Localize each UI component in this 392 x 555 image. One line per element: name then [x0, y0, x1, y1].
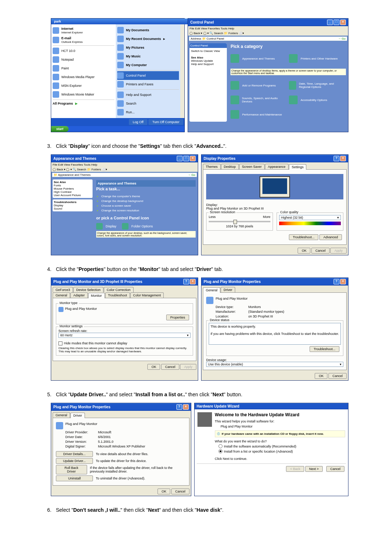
- close-icon[interactable]: ×: [340, 156, 346, 161]
- ap-ts-sound[interactable]: Sound: [54, 207, 62, 210]
- help-icon[interactable]: ?: [334, 156, 339, 161]
- ok-button[interactable]: OK: [158, 489, 170, 494]
- maximize-icon[interactable]: □: [183, 156, 189, 161]
- logoff-button[interactable]: Log Off: [129, 119, 147, 125]
- ap-task-res[interactable]: Change the screen resolution: [96, 208, 196, 213]
- cp-menubar[interactable]: File Edit View Favorites Tools Help: [188, 26, 348, 31]
- start-allprograms[interactable]: All Programs ▶: [53, 101, 114, 106]
- tab-adapter[interactable]: Adapter: [70, 292, 88, 298]
- start-internet[interactable]: InternetInternet Explorer: [53, 26, 114, 35]
- resolution-slider[interactable]: [209, 221, 270, 222]
- start-recent[interactable]: My Recent Documents ▸: [117, 35, 179, 43]
- properties-button[interactable]: Properties: [166, 315, 189, 320]
- cancel-button[interactable]: Cancel: [161, 364, 179, 370]
- shutdown-button[interactable]: Turn Off Computer: [148, 119, 184, 125]
- help-icon[interactable]: ?: [176, 404, 182, 410]
- tab-screensaver[interactable]: Screen Saver: [239, 164, 265, 169]
- ap-menubar[interactable]: File Edit View Favorites Tools Help: [51, 162, 198, 167]
- tab-general[interactable]: General: [203, 287, 220, 293]
- ap-ua[interactable]: User Account Picture: [54, 194, 81, 197]
- tab-troubleshoot[interactable]: Troubleshoot: [105, 292, 130, 298]
- back-button[interactable]: < Back: [286, 466, 304, 472]
- troubleshoot-button[interactable]: Troubleshoot...: [289, 234, 319, 240]
- close-icon[interactable]: ×: [183, 404, 189, 410]
- cp-cat-access[interactable]: Accessibility Options: [289, 96, 346, 104]
- color-quality-select[interactable]: Highest (32 bit)▾: [279, 215, 341, 220]
- start-run[interactable]: Run...: [117, 108, 179, 117]
- start-search[interactable]: Search: [117, 99, 179, 108]
- tab-general[interactable]: General: [53, 292, 70, 298]
- start-pics[interactable]: My Pictures: [117, 43, 179, 52]
- start-msn[interactable]: MSN Explorer: [53, 81, 114, 90]
- start-comp[interactable]: My Computer: [117, 61, 179, 69]
- ap-icon-display[interactable]: Display Folder Options: [96, 223, 196, 230]
- cp-cat-printers[interactable]: Printers and Other Hardware: [289, 54, 346, 63]
- ok-button[interactable]: OK: [315, 373, 327, 379]
- start-music[interactable]: My Music: [117, 52, 179, 61]
- ap-task-bg[interactable]: Change the desktop background: [96, 199, 196, 203]
- apply-button[interactable]: Apply: [180, 364, 196, 370]
- advanced-button[interactable]: Advanced: [319, 234, 342, 240]
- tab-driver[interactable]: Driver: [221, 287, 235, 292]
- ap-fonts[interactable]: Fonts: [54, 184, 61, 187]
- start-email[interactable]: E-mailOutlook Express: [53, 35, 114, 45]
- ap-ts-disp[interactable]: Display: [54, 204, 63, 207]
- ap-hc[interactable]: High Contrast: [54, 190, 72, 194]
- cp-cat-appearance[interactable]: Appearance and Themes: [230, 54, 287, 63]
- minimize-icon[interactable]: _: [177, 156, 183, 161]
- ap-mouse[interactable]: Mouse Pointers: [54, 187, 74, 190]
- start-hct[interactable]: HCT 10.0: [53, 46, 114, 55]
- driver-details-button[interactable]: Driver Details...: [56, 451, 93, 457]
- close-icon[interactable]: ×: [190, 156, 196, 161]
- start-docs[interactable]: My Documents: [117, 26, 179, 35]
- start-controlpanel[interactable]: Control Panel: [117, 71, 179, 80]
- tab-general[interactable]: General: [53, 412, 70, 418]
- cp-cat-addremove[interactable]: Add or Remove Programs: [230, 81, 287, 90]
- help-icon[interactable]: ?: [183, 279, 189, 284]
- start-notepad[interactable]: Notepad: [53, 55, 114, 64]
- start-help[interactable]: Help and Support: [117, 90, 179, 99]
- tab-colorcorr[interactable]: Color Correction: [104, 287, 134, 292]
- tab-geforce[interactable]: GeForce3: [53, 287, 73, 292]
- tab-appearance[interactable]: Appearance: [265, 164, 289, 169]
- ap-task-theme[interactable]: Change the computer's theme: [96, 194, 196, 199]
- ap-task-ss[interactable]: Choose a screen saver: [96, 203, 196, 208]
- cp-cat-datetime[interactable]: Date, Time, Language, and Regional Optio…: [289, 81, 346, 90]
- tab-desktop[interactable]: Desktop: [221, 164, 239, 169]
- cp-go[interactable]: Go: [342, 37, 346, 40]
- refresh-rate-select[interactable]: 60 Hertz▾: [58, 333, 191, 338]
- cp-help-support[interactable]: Help and Support: [191, 62, 225, 66]
- tab-devsel[interactable]: Device Selection: [73, 287, 103, 292]
- tab-colormgmt[interactable]: Color Management: [130, 292, 164, 298]
- apply-button[interactable]: Apply: [330, 248, 347, 254]
- ap-go[interactable]: Go: [191, 173, 195, 177]
- ap-addressbar[interactable]: 📁 Appearance and Themes→ Go: [52, 173, 197, 177]
- ok-button[interactable]: OK: [147, 364, 160, 370]
- update-driver-button[interactable]: Update Driver...: [56, 458, 93, 464]
- cp-windows-update[interactable]: Windows Update: [191, 59, 225, 62]
- tab-settings[interactable]: Settings: [289, 164, 307, 170]
- cancel-button[interactable]: Cancel: [326, 466, 344, 472]
- close-icon[interactable]: ×: [190, 279, 196, 284]
- close-icon[interactable]: ×: [340, 279, 346, 284]
- cp-cat-perf[interactable]: Performance and Maintenance: [230, 110, 287, 119]
- start-paint[interactable]: Paint: [53, 64, 114, 73]
- cancel-button[interactable]: Cancel: [171, 489, 189, 494]
- maximize-icon[interactable]: □: [334, 20, 339, 25]
- cp-cat-sounds[interactable]: Sounds, Speech, and Audio Devices: [230, 96, 287, 104]
- start-wmp[interactable]: Windows Media Player: [53, 73, 114, 81]
- help-icon[interactable]: ?: [334, 279, 339, 284]
- wz-opt-list[interactable]: Install from a list or specific location…: [219, 449, 345, 453]
- minimize-icon[interactable]: _: [327, 20, 333, 25]
- cancel-button[interactable]: Cancel: [328, 373, 347, 379]
- uninstall-button[interactable]: Uninstall: [56, 475, 93, 481]
- tab-monitor[interactable]: Monitor: [88, 293, 105, 298]
- ok-button[interactable]: OK: [298, 248, 310, 254]
- tab-driver[interactable]: Driver: [70, 413, 85, 418]
- troubleshoot-button[interactable]: Troubleshoot...: [310, 346, 339, 352]
- cp-addressbar[interactable]: Address 📁 Control Panel→ Go: [189, 36, 347, 41]
- hide-modes-checkbox[interactable]: [58, 341, 62, 345]
- device-usage-select[interactable]: Use this device (enable)▾: [206, 362, 343, 367]
- start-wmm[interactable]: Windows Movie Maker: [53, 90, 114, 99]
- close-icon[interactable]: ×: [340, 20, 346, 25]
